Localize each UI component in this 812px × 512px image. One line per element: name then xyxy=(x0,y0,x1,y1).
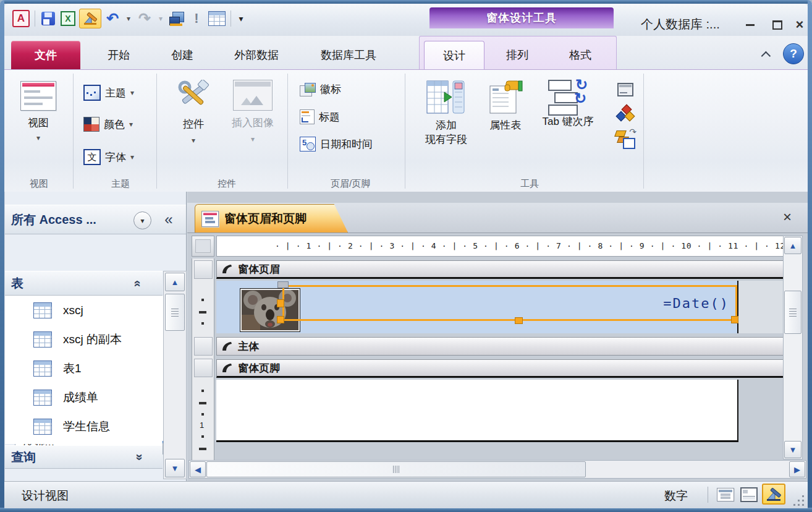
chevron-down-icon: ▾ xyxy=(140,216,144,225)
doc-vertical-scrollbar[interactable]: ▲ ▼ xyxy=(783,236,803,459)
vruler-section-box xyxy=(194,260,213,279)
design-view-icon xyxy=(766,487,782,501)
resize-grip[interactable] xyxy=(793,495,804,506)
form-view-button[interactable] xyxy=(715,485,736,504)
nav-pane-header[interactable]: 所有 Access ... ▾ « xyxy=(5,205,186,234)
doc-horizontal-scrollbar[interactable]: ◀ ▶ xyxy=(188,460,806,479)
doc-vscrollbar-thumb[interactable] xyxy=(784,291,801,334)
view-code-button[interactable] xyxy=(615,81,636,98)
nav-item-table[interactable]: xscj xyxy=(10,296,164,325)
redo-button[interactable]: ↷ xyxy=(136,9,153,28)
nav-item-table[interactable]: 表1 xyxy=(10,354,164,383)
tab-database-tools[interactable]: 数据库工具 xyxy=(302,41,395,69)
access-app-icon[interactable]: A xyxy=(12,9,30,28)
insert-image-button[interactable]: 插入图像 ▾ xyxy=(222,80,284,143)
nav-menu-dropdown-button[interactable]: ▾ xyxy=(133,211,151,229)
title-bar: A X ↶ ▾ ↷ ▾ xyxy=(4,4,808,36)
nav-item-table[interactable]: 学生信息 xyxy=(10,412,164,441)
undo-dropdown[interactable]: ▾ xyxy=(124,9,133,28)
status-separator xyxy=(708,487,708,503)
tab-file[interactable]: 文件 xyxy=(11,41,80,69)
tab-create[interactable]: 创建 xyxy=(154,41,210,69)
datasheet-view-button[interactable] xyxy=(208,9,226,28)
resize-handle-bottom-right[interactable] xyxy=(731,316,738,323)
convert-form-macros-button[interactable]: ↷ xyxy=(614,128,637,150)
form-title-button[interactable]: 标题 xyxy=(300,109,340,124)
minimize-button[interactable] xyxy=(741,19,759,31)
date-textbox-control[interactable]: =Date() xyxy=(282,285,737,321)
doc-scroll-right-button[interactable]: ▶ xyxy=(789,461,805,477)
help-button[interactable]: ? xyxy=(783,43,804,64)
tab-design[interactable]: 设计 xyxy=(424,41,484,70)
resize-handle-left[interactable] xyxy=(277,299,284,307)
convert-macros-button[interactable] xyxy=(615,105,636,123)
property-sheet-button[interactable]: 属性表 xyxy=(479,80,532,132)
navigation-pane: 所有 Access ... ▾ « 表 « xscj xyxy=(5,192,187,481)
tab-arrange[interactable]: 排列 xyxy=(490,41,544,69)
doc-scroll-left-button[interactable]: ◀ xyxy=(190,461,206,477)
fonts-button[interactable]: 文 字体 ▾ xyxy=(83,149,134,165)
nav-scroll-down-button[interactable]: ▼ xyxy=(165,459,185,477)
form-selector-box[interactable] xyxy=(192,236,214,257)
date-time-button[interactable]: 5 日期和时间 xyxy=(300,137,373,151)
form-right-edge xyxy=(737,380,738,442)
doc-hscrollbar-thumb[interactable] xyxy=(206,461,586,477)
form-header-section-bar[interactable]: 窗体页眉 xyxy=(216,260,785,279)
run-button[interactable]: ! xyxy=(188,9,205,28)
collapse-ribbon-button[interactable] xyxy=(759,48,774,61)
logo-button[interactable]: 徽标 xyxy=(300,82,341,96)
outside-form-area xyxy=(738,281,785,333)
themes-icon xyxy=(83,85,101,101)
nav-section-queries[interactable]: 查询 « xyxy=(5,445,163,469)
view-button[interactable]: 视图 ▾ xyxy=(17,81,60,142)
shutter-bar-close-button[interactable]: « xyxy=(158,210,179,229)
save-button[interactable] xyxy=(40,9,57,28)
scroll-up-icon: ▲ xyxy=(789,241,797,250)
tab-external-data[interactable]: 外部数据 xyxy=(219,41,294,69)
window-frame-right xyxy=(808,0,812,512)
tab-format[interactable]: 格式 xyxy=(553,41,607,69)
colors-button[interactable]: 颜色 ▾ xyxy=(83,117,133,132)
document-close-button[interactable]: × xyxy=(778,208,797,226)
nav-item-table[interactable]: xscj 的副本 xyxy=(10,325,164,354)
tab-home[interactable]: 开始 xyxy=(91,41,146,69)
tools-group-label: 工具 xyxy=(493,178,567,190)
doc-scroll-up-button[interactable]: ▲ xyxy=(784,237,801,254)
nav-scroll-up-button[interactable]: ▲ xyxy=(165,273,185,291)
restore-button[interactable] xyxy=(768,19,787,31)
document-area: 窗体页眉和页脚 × · | · 1 · | · 2 · | · 3 · | · … xyxy=(187,192,808,481)
add-existing-fields-button[interactable]: 添加 现有字段 xyxy=(412,80,480,147)
nav-section-tables[interactable]: 表 « xyxy=(5,271,163,296)
layout-view-button[interactable] xyxy=(738,485,759,504)
nav-scrollbar[interactable]: ▲ ▼ xyxy=(163,271,187,479)
qat-customize-button[interactable]: ▾ xyxy=(235,9,247,28)
undo-button[interactable]: ↶ xyxy=(104,9,121,28)
resize-handle-bottom[interactable] xyxy=(515,317,523,324)
layout-view-icon xyxy=(740,487,758,502)
document-tab[interactable]: 窗体页眉和页脚 xyxy=(195,204,348,233)
scroll-down-icon: ▼ xyxy=(171,464,179,473)
resize-handle-bottom-left[interactable] xyxy=(277,316,284,323)
fonts-icon: 文 xyxy=(83,149,101,165)
switch-windows-button[interactable] xyxy=(168,9,185,28)
form-footer-grid[interactable] xyxy=(216,380,737,442)
chevron-down-icon: ▾ xyxy=(129,120,133,129)
nav-scrollbar-thumb[interactable] xyxy=(165,294,185,331)
view-button-label: 视图 xyxy=(17,116,60,130)
design-view-button[interactable] xyxy=(762,484,785,505)
switch-windows-icon xyxy=(169,12,184,25)
detail-section-bar[interactable]: 主体 xyxy=(216,337,785,356)
controls-button[interactable]: 控件 ▾ xyxy=(169,80,218,145)
export-excel-button[interactable]: X xyxy=(59,9,77,28)
design-view-qat-button[interactable] xyxy=(79,9,101,28)
move-handle[interactable] xyxy=(277,281,289,288)
doc-scroll-down-button[interactable]: ▼ xyxy=(784,441,801,458)
themes-button[interactable]: 主题 ▾ xyxy=(83,85,134,101)
nav-pane-title: 所有 Access ... xyxy=(11,211,96,228)
close-button[interactable]: × xyxy=(790,19,809,31)
redo-dropdown[interactable]: ▾ xyxy=(156,9,166,28)
nav-item-table[interactable]: 成绩单 xyxy=(10,383,164,412)
group-divider xyxy=(156,74,157,189)
tab-order-button[interactable]: ↻ ↻ Tab 键次序 xyxy=(531,80,605,129)
form-footer-section-bar[interactable]: 窗体页脚 xyxy=(216,359,785,378)
